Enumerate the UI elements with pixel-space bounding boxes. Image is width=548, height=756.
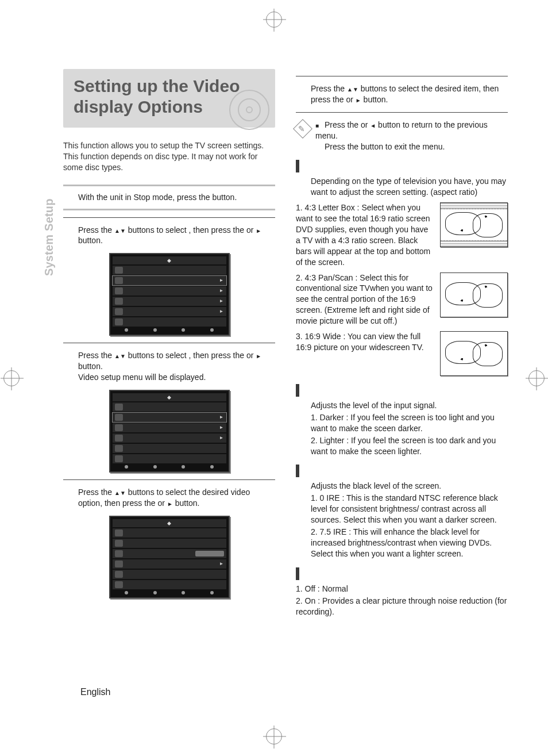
text: button to exit the menu. — [361, 142, 445, 151]
up-arrow-icon — [114, 488, 120, 497]
video-level-list: 1. Darker : If you feel the screen is to… — [296, 412, 508, 457]
section-marker — [296, 384, 299, 397]
disc-icon — [229, 90, 269, 130]
text: buttons to select — [126, 351, 187, 360]
tv-header: ◆ — [113, 256, 226, 264]
text: Press the — [311, 84, 347, 93]
tv-screen-mockup: ◆ ► ► ► — [109, 390, 230, 473]
black-level-list: 1. 0 IRE : This is the standard NTSC ref… — [296, 493, 508, 559]
right-arrow-icon — [256, 351, 261, 360]
text: Press the — [78, 488, 114, 497]
text: 2. 7.5 IRE : This will enhance the black… — [311, 527, 508, 559]
text: button. — [78, 236, 103, 245]
intro-text: This function allows you to setup the TV… — [63, 140, 275, 173]
up-arrow-icon — [114, 351, 120, 360]
divider — [63, 185, 275, 186]
language-footer: English — [80, 686, 110, 699]
text: , then press the — [189, 351, 245, 360]
divider — [63, 479, 275, 480]
play-arrow-icon: ► — [219, 278, 224, 284]
down-arrow-icon — [120, 225, 126, 235]
divider — [296, 112, 508, 113]
text: or — [346, 95, 355, 104]
step-2: Press the buttons to select , then press… — [63, 225, 275, 247]
tv-option-1: 1. 4:3 Letter Box : Select when you want… — [296, 202, 508, 267]
left-arrow-icon — [370, 120, 376, 129]
tv-option-2: 2. 4:3 Pan/Scan : Select this for conven… — [296, 273, 508, 327]
fig-wide — [440, 331, 508, 376]
divider — [296, 76, 508, 76]
divider — [63, 209, 275, 210]
up-arrow-icon — [114, 225, 120, 235]
text: buttons to select — [126, 225, 187, 235]
text: 1. Off : Normal — [296, 584, 508, 594]
text: or — [158, 498, 167, 508]
down-arrow-icon — [120, 351, 126, 360]
noise-reduction-list: 1. Off : Normal 2. On : Provides a clear… — [296, 584, 508, 617]
tv-screen-mockup: ◆ ► — [109, 516, 230, 598]
title-box: Setting up the Video display Options — [63, 69, 275, 128]
text: or — [246, 351, 256, 360]
text: button. — [361, 95, 388, 104]
text: 3. 16:9 Wide : You can view the full 16:… — [296, 331, 434, 353]
divider — [63, 217, 275, 218]
text: 2. 4:3 Pan/Scan : Select this for conven… — [296, 273, 434, 327]
section-marker — [296, 465, 299, 477]
text: 2. Lighter : If you feel the screen is t… — [311, 435, 508, 457]
text: Press the — [325, 120, 358, 129]
text: Press the — [78, 351, 114, 360]
text: button. — [78, 362, 103, 371]
right-arrow-icon — [167, 498, 173, 508]
text: or — [246, 225, 256, 235]
text: button. — [173, 498, 200, 508]
section-marker — [296, 567, 299, 580]
tv-option-3: 3. 16:9 Wide : You can view the full 16:… — [296, 331, 508, 376]
text: 1. 0 IRE : This is the standard NTSC ref… — [311, 493, 508, 525]
text: 1. Darker : If you feel the screen is to… — [311, 412, 508, 434]
text: 2. On : Provides a clear picture through… — [296, 596, 508, 617]
fig-letterbox — [440, 202, 508, 247]
tv-aspect-intro: Depending on the type of television you … — [296, 176, 508, 198]
text: Video setup menu will be displayed. — [78, 373, 206, 382]
black-level-intro: Adjusts the black level of the screen. — [296, 481, 508, 492]
divider — [63, 343, 275, 343]
step-1-text-b: button. — [212, 193, 237, 202]
video-level-intro: Adjusts the level of the input signal. — [296, 400, 508, 411]
text: , then press the — [189, 225, 245, 235]
text: or — [361, 120, 370, 129]
note-icon — [293, 119, 312, 139]
right-arrow-icon — [356, 95, 361, 104]
section-marker — [296, 160, 299, 172]
bullet-icon: ■ — [315, 122, 319, 129]
section-tab: System Setup — [41, 198, 57, 276]
right-column: Press the buttons to select the desired … — [296, 69, 508, 618]
right-arrow-icon — [256, 225, 261, 235]
text: Press the — [78, 225, 114, 235]
text: 1. 4:3 Letter Box : Select when you want… — [296, 202, 434, 267]
step-3: Press the buttons to select , then press… — [63, 350, 275, 383]
fig-panscan — [440, 273, 508, 317]
up-arrow-icon — [347, 84, 353, 93]
note-box: ■ Press the or button to return to the p… — [296, 120, 508, 152]
down-arrow-icon — [353, 84, 358, 93]
step-5: Press the buttons to select the desired … — [296, 83, 508, 105]
tv-screen-mockup: ◆ ► ► ► ► — [109, 253, 230, 336]
step-1-text-a: With the unit in Stop mode, press the — [78, 193, 210, 202]
text: Press the — [325, 142, 358, 151]
down-arrow-icon — [120, 488, 126, 497]
manual-page: System Setup Setting up the Video displa… — [0, 0, 548, 756]
left-column: Setting up the Video display Options Thi… — [63, 69, 275, 618]
step-1: With the unit in Stop mode, press the bu… — [63, 192, 275, 203]
step-4: Press the buttons to select the desired … — [63, 487, 275, 509]
